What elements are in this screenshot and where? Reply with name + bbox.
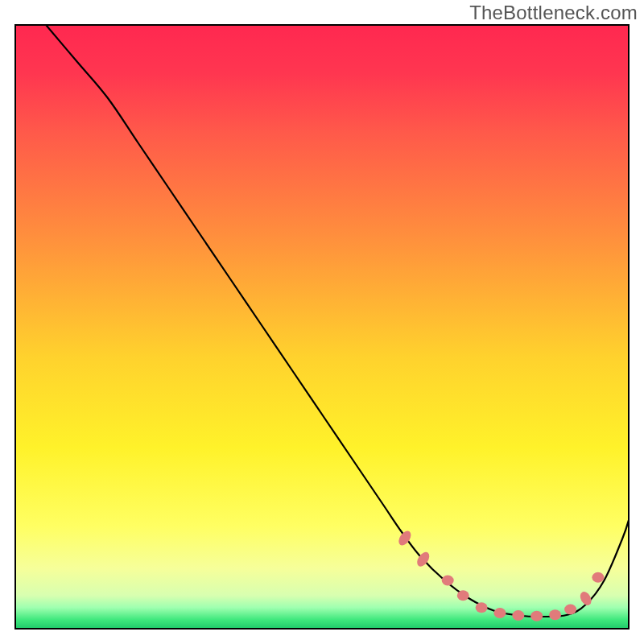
marker-dot	[549, 609, 561, 620]
marker-dot	[442, 576, 454, 586]
marker-dot	[530, 611, 543, 621]
marker-dot	[476, 602, 488, 613]
marker-dot	[457, 590, 469, 601]
marker-dot	[564, 605, 576, 615]
marker-dot	[512, 610, 524, 621]
gradient-background	[15, 25, 629, 629]
plot-area	[14, 24, 630, 630]
chart-frame: TheBottleneck.com	[0, 0, 644, 644]
marker-dot	[592, 572, 604, 583]
marker-dot	[493, 608, 506, 618]
watermark-text: TheBottleneck.com	[469, 2, 638, 24]
bottleneck-chart	[14, 24, 630, 630]
